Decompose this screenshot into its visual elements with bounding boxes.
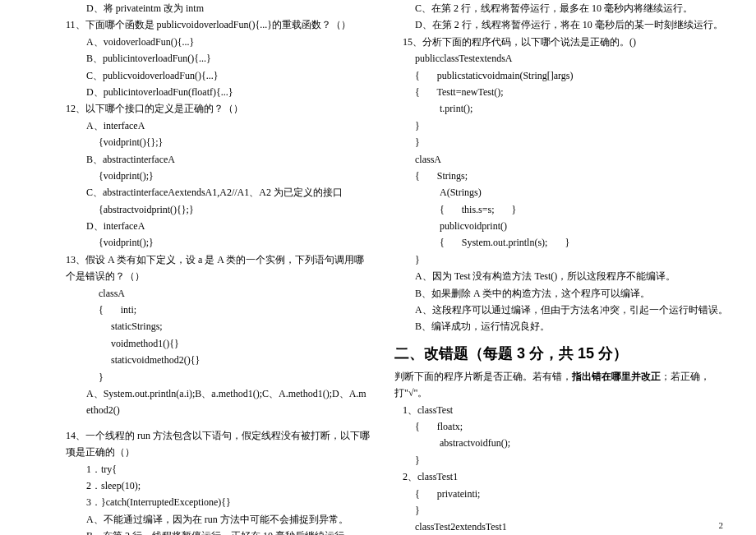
s2-q1-code-3: } xyxy=(415,452,731,468)
q12-option-d: D、interfaceA xyxy=(86,218,370,234)
q15-code-12: { System.out.println(s); } xyxy=(440,234,731,251)
q15-code-4: t.print(); xyxy=(440,100,731,117)
q15-code-11: publicvoidprint() xyxy=(440,218,731,234)
q15-code-9: A(Strings) xyxy=(440,184,731,201)
q12-option-a-body: {voidprint(){};} xyxy=(99,134,370,150)
q15-code-3: { Testt=newTest(); xyxy=(415,84,731,100)
s2-q2-code-2: } xyxy=(415,502,731,519)
q15-code-2: { publicstaticvoidmain(String[]args) xyxy=(415,67,731,84)
q13-code-1: classA xyxy=(99,285,370,302)
q14-code-3: 3．}catch(InterruptedExceptione){} xyxy=(86,494,370,510)
spacer xyxy=(33,419,370,427)
q13-stem: 13、假设 A 类有如下定义，设 a 是 A 类的一个实例，下列语句调用哪个是错… xyxy=(66,251,370,285)
q14-option-c: C、在第 2 行，线程将暂停运行，最多在 10 毫秒内将继续运行。 xyxy=(415,0,731,16)
q13-code-6: } xyxy=(99,369,370,385)
s2-q1-code-1: { floatx; xyxy=(415,418,731,435)
q13-code-4: voidmethod1(){} xyxy=(111,335,370,352)
q15-stem: 15、分析下面的程序代码，以下哪个说法是正确的。() xyxy=(403,34,731,50)
page-number: 2 xyxy=(719,520,724,530)
q14-option-b: B、在第 2 行，线程将暂停运行，正好在 10 毫秒后继续运行。 xyxy=(86,528,370,535)
q15-code-13: } xyxy=(415,251,731,268)
q10-option-d: D、将 privateintm 改为 intm xyxy=(86,0,370,16)
q15-code-1: publicclassTestextendsA xyxy=(415,50,731,67)
q11-option-b: B、publicintoverloadFun(){...} xyxy=(86,50,370,67)
s2-q2: 2、classTest1 xyxy=(403,468,731,485)
q15-option-d: B、编译成功，运行情况良好。 xyxy=(415,318,731,334)
s2-q2-code-1: { privateinti; xyxy=(415,486,731,502)
q15-code-7: classA xyxy=(415,151,731,168)
q12-stem: 12、以下哪个接口的定义是正确的？（） xyxy=(66,100,370,117)
s2-q1-code-2: abstractvoidfun(); xyxy=(440,435,731,451)
q15-code-6: } xyxy=(415,134,731,150)
left-column: D、将 privateintm 改为 intm 11、下面哪个函数是 publi… xyxy=(25,0,378,535)
q12-option-d-body: {voidprint();} xyxy=(99,234,370,251)
q13-code-2: { inti; xyxy=(99,302,370,318)
q12-option-b-body: {voidprint();} xyxy=(99,168,370,184)
q13-options: A、System.out.println(a.i);B、a.method1();… xyxy=(86,385,370,419)
q15-code-10: { this.s=s; } xyxy=(440,201,731,218)
section-2-heading: 二、改错题（每题 3 分，共 15 分） xyxy=(394,344,731,363)
q14-code-2: 2．sleep(10); xyxy=(86,477,370,494)
q11-option-a: A、voidoverloadFun(){...} xyxy=(86,34,370,50)
q14-option-a: A、不能通过编译，因为在 run 方法中可能不会捕捉到异常。 xyxy=(86,511,370,528)
q15-code-5: } xyxy=(415,118,731,134)
q11-stem: 11、下面哪个函数是 publicvoidoverloadFun(){...}的… xyxy=(66,16,370,33)
section-2-desc-bold: 指出错在哪里并改正 xyxy=(572,371,661,382)
q13-code-3: staticStrings; xyxy=(111,318,370,334)
q14-option-d: D、在第 2 行，线程将暂停运行，将在 10 毫秒后的某一时刻继续运行。 xyxy=(415,16,731,33)
s2-q1: 1、classTest xyxy=(403,402,731,418)
q15-option-a: A、因为 Test 没有构造方法 Test()，所以这段程序不能编译。 xyxy=(415,268,731,284)
q11-option-d: D、publicintoverloadFun(floatf){...} xyxy=(86,84,370,100)
q12-option-b: B、abstractinterfaceA xyxy=(86,151,370,168)
q12-option-a: A、interfaceA xyxy=(86,118,370,134)
section-2-desc: 判断下面的程序片断是否正确。若有错，指出错在哪里并改正；若正确，打"√"。 xyxy=(394,368,731,402)
q15-code-8: { Strings; xyxy=(415,168,731,184)
q15-option-c: A、这段程序可以通过编译，但由于方法名冲突，引起一个运行时错误。 xyxy=(415,302,731,318)
s2-q2-code-3: classTest2extendsTest1 xyxy=(415,519,731,535)
q15-option-b: B、如果删除 A 类中的构造方法，这个程序可以编译。 xyxy=(415,285,731,302)
right-column: C、在第 2 行，线程将暂停运行，最多在 10 毫秒内将继续运行。 D、在第 2… xyxy=(386,0,740,535)
q12-option-c: C、abstractinterfaceAextendsA1,A2//A1、A2 … xyxy=(86,184,370,201)
q14-code-1: 1．try{ xyxy=(86,461,370,477)
q12-option-c-body: {abstractvoidprint(){};} xyxy=(99,201,370,218)
q11-option-c: C、publicvoidoverloadFun(){...} xyxy=(86,67,370,84)
q14-stem: 14、一个线程的 run 方法包含以下语句，假定线程没有被打断，以下哪项是正确的… xyxy=(66,427,370,461)
q13-code-5: staticvoidmethod2(){} xyxy=(111,352,370,368)
